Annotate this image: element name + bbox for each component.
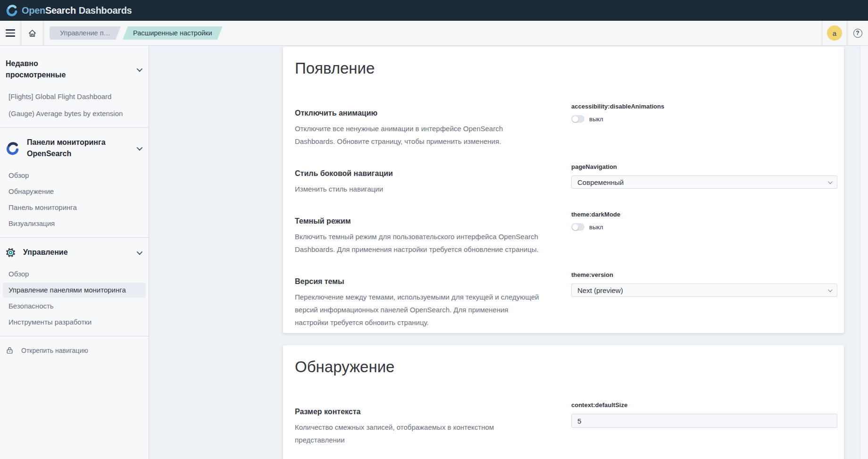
menu-icon[interactable] — [0, 21, 21, 45]
settings-section-card: Обнаружение Размер контекста Количество … — [283, 345, 844, 459]
settings-row: Отключить анимацию Отключите все ненужны… — [295, 101, 832, 148]
sidebar-item[interactable]: Визуализация — [3, 216, 146, 231]
sidebar-item[interactable]: Панель мониторинга — [3, 200, 146, 215]
user-menu-button[interactable]: a — [822, 21, 847, 45]
sidebar-item[interactable]: Обзор — [3, 168, 146, 183]
management-items-list: ОбзорУправление панелями мониторингаБезо… — [0, 267, 149, 330]
nav-group-dashboards: Панели мониторинга OpenSearch ОбзорОбнар… — [0, 134, 149, 231]
text-input-wrap — [571, 414, 837, 428]
nav-group-dashboards-header[interactable]: Панели мониторинга OpenSearch — [0, 134, 149, 162]
opensearch-mark-icon — [6, 142, 19, 155]
scrollbar[interactable] — [860, 46, 868, 459]
switch-state-label: выкл — [589, 224, 603, 231]
chevron-down-icon — [137, 66, 143, 72]
switch-track — [571, 115, 584, 123]
setting-description: Включить темный режим для пользовательск… — [295, 230, 543, 256]
settings-row: Темный режим Включить темный режим для п… — [295, 209, 832, 256]
switch-knob — [572, 224, 578, 230]
setting-key: accessibility:disableAnimations — [571, 101, 837, 111]
sidebar-item[interactable]: Инструменты разработки — [3, 315, 146, 330]
lock-icon — [6, 346, 14, 354]
nav-group-title: Панели мониторинга OpenSearch — [27, 137, 121, 159]
nav-group-management-header[interactable]: Управление — [0, 244, 149, 261]
chevron-down-icon — [828, 287, 833, 292]
advanced-settings-page: Появление Отключить анимацию Отключите в… — [150, 46, 860, 459]
nav-group-title: Недавно просмотренные — [6, 58, 100, 81]
nav-group-management: Управление ОбзорУправление панелями мони… — [0, 244, 149, 330]
chevron-down-icon — [828, 179, 833, 184]
select-dropdown[interactable]: Современный — [571, 175, 837, 189]
toolbar: Управление п… Расширенные настройки a ? — [0, 21, 868, 46]
avatar: a — [827, 25, 842, 41]
sidebar-item[interactable]: [Flights] Global Flight Dashboard — [3, 89, 146, 104]
switch-knob — [572, 116, 578, 122]
breadcrumb-advanced-settings[interactable]: Расширенные настройки — [123, 26, 223, 40]
help-button[interactable]: ? — [847, 21, 868, 45]
setting-description: Изменить стиль навигации — [295, 183, 543, 195]
text-input[interactable] — [571, 414, 837, 428]
setting-title: Темный режим — [295, 216, 543, 226]
section-title: Появление — [295, 58, 832, 79]
undock-navigation-button[interactable]: Открепить навигацию — [0, 342, 149, 358]
setting-description: Количество смежных записей, отображаемых… — [295, 421, 543, 446]
setting-key: context:defaultSize — [571, 400, 837, 409]
app-header: OpenSearchDashboards — [0, 0, 868, 21]
settings-row: Размер контекста Количество смежных запи… — [295, 400, 832, 446]
setting-title: Версия темы — [295, 276, 543, 287]
nav-group-recent-header[interactable]: Недавно просмотренные — [0, 55, 149, 83]
setting-title: Стиль боковой навигации — [295, 168, 543, 179]
setting-title: Отключить анимацию — [295, 108, 543, 118]
nav-divider — [0, 237, 149, 238]
app-title: OpenSearchDashboards — [22, 5, 132, 16]
sidebar-item[interactable]: (Gauge) Average bytes by extension — [3, 106, 146, 121]
sidebar-nav: Недавно просмотренные [Flights] Global F… — [0, 46, 149, 459]
nav-divider — [0, 127, 149, 128]
setting-key: theme:darkMode — [571, 209, 837, 219]
setting-description: Отключите все ненужные анимации в интерф… — [295, 122, 543, 148]
chevron-down-icon — [137, 144, 143, 150]
toggle-switch[interactable]: выкл — [571, 115, 837, 123]
gear-icon — [6, 248, 16, 258]
toolbar-divider — [43, 21, 43, 45]
sidebar-item[interactable]: Управление панелями мониторинга — [3, 283, 146, 298]
setting-key: theme:version — [571, 270, 837, 279]
select-value: Next (preview) — [577, 286, 623, 294]
setting-description: Переключение между темами, используемыми… — [295, 291, 543, 329]
sidebar-item[interactable]: Обзор — [3, 267, 146, 282]
home-button[interactable] — [21, 21, 43, 45]
recent-items-list: [Flights] Global Flight Dashboard(Gauge)… — [0, 89, 149, 121]
switch-track — [571, 223, 584, 231]
settings-row: Стиль боковой навигации Изменить стиль н… — [295, 162, 832, 195]
home-icon — [28, 29, 37, 38]
settings-row: Версия темы Переключение между темами, и… — [295, 270, 832, 333]
settings-section-card: Появление Отключить анимацию Отключите в… — [283, 47, 844, 333]
switch-state-label: выкл — [589, 116, 603, 123]
dashboards-items-list: ОбзорОбнаружениеПанель мониторингаВизуал… — [0, 168, 149, 231]
breadcrumb-management[interactable]: Управление п… — [50, 26, 121, 40]
setting-key: pageNavigation — [571, 162, 837, 171]
select-dropdown[interactable]: Next (preview) — [571, 284, 837, 297]
chevron-down-icon — [137, 249, 143, 255]
breadcrumb: Управление п… Расширенные настройки — [50, 26, 223, 40]
setting-title: Размер контекста — [295, 407, 543, 417]
nav-group-recent: Недавно просмотренные [Flights] Global F… — [0, 55, 149, 121]
opensearch-logo[interactable]: OpenSearchDashboards — [6, 4, 132, 17]
toggle-switch[interactable]: выкл — [571, 223, 837, 231]
opensearch-logo-icon — [6, 4, 18, 17]
select-value: Современный — [577, 178, 624, 186]
undock-navigation-label: Открепить навигацию — [21, 347, 88, 354]
section-title: Обнаружение — [295, 357, 832, 377]
nav-group-title: Управление — [23, 247, 68, 258]
nav-divider — [0, 336, 149, 336]
sidebar-item[interactable]: Безопасность — [3, 299, 146, 314]
sidebar-item[interactable]: Обнаружение — [3, 184, 146, 199]
help-icon: ? — [853, 29, 862, 38]
